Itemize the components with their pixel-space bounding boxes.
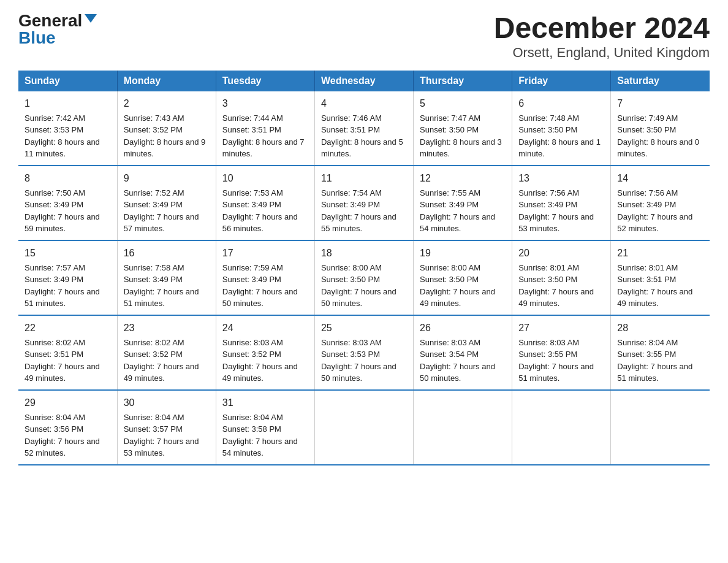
- day-number: 12: [420, 171, 506, 186]
- col-sunday: Sunday: [18, 71, 117, 91]
- table-row: 4 Sunrise: 7:46 AMSunset: 3:51 PMDayligh…: [314, 91, 413, 166]
- day-info: Sunrise: 8:04 AMSunset: 3:56 PMDaylight:…: [25, 413, 100, 458]
- day-number: 18: [321, 246, 407, 261]
- day-info: Sunrise: 7:58 AMSunset: 3:49 PMDaylight:…: [124, 263, 199, 308]
- day-number: 19: [420, 246, 506, 261]
- table-row: [414, 390, 512, 465]
- table-row: 8 Sunrise: 7:50 AMSunset: 3:49 PMDayligh…: [18, 166, 117, 240]
- day-info: Sunrise: 8:01 AMSunset: 3:51 PMDaylight:…: [617, 263, 692, 308]
- table-row: 28 Sunrise: 8:04 AMSunset: 3:55 PMDaylig…: [611, 315, 710, 390]
- day-info: Sunrise: 8:04 AMSunset: 3:58 PMDaylight:…: [222, 413, 298, 458]
- day-info: Sunrise: 8:01 AMSunset: 3:50 PMDaylight:…: [518, 263, 594, 308]
- day-number: 16: [124, 246, 210, 261]
- day-number: 26: [420, 321, 506, 335]
- day-number: 15: [25, 246, 111, 261]
- day-info: Sunrise: 7:49 AMSunset: 3:50 PMDaylight:…: [617, 113, 699, 159]
- day-number: 13: [518, 171, 604, 186]
- day-number: 21: [617, 246, 703, 261]
- day-info: Sunrise: 7:53 AMSunset: 3:49 PMDaylight:…: [222, 188, 298, 234]
- day-info: Sunrise: 8:03 AMSunset: 3:54 PMDaylight:…: [420, 338, 495, 383]
- day-number: 7: [617, 96, 703, 111]
- day-info: Sunrise: 7:46 AMSunset: 3:51 PMDaylight:…: [321, 113, 403, 159]
- day-number: 17: [222, 246, 308, 261]
- table-row: 7 Sunrise: 7:49 AMSunset: 3:50 PMDayligh…: [611, 91, 710, 166]
- day-info: Sunrise: 8:00 AMSunset: 3:50 PMDaylight:…: [321, 263, 396, 308]
- day-number: 27: [518, 321, 604, 335]
- day-number: 30: [124, 396, 210, 410]
- table-row: 20 Sunrise: 8:01 AMSunset: 3:50 PMDaylig…: [512, 240, 611, 315]
- table-row: [314, 390, 413, 465]
- logo-triangle-icon: [85, 14, 97, 23]
- day-number: 28: [617, 321, 703, 335]
- day-info: Sunrise: 7:48 AMSunset: 3:50 PMDaylight:…: [518, 113, 601, 159]
- table-row: 12 Sunrise: 7:55 AMSunset: 3:49 PMDaylig…: [414, 166, 512, 240]
- table-row: 6 Sunrise: 7:48 AMSunset: 3:50 PMDayligh…: [512, 91, 611, 166]
- day-number: 9: [124, 171, 210, 186]
- calendar-header: Sunday Monday Tuesday Wednesday Thursday…: [18, 71, 710, 91]
- day-info: Sunrise: 8:00 AMSunset: 3:50 PMDaylight:…: [420, 263, 495, 308]
- table-row: 5 Sunrise: 7:47 AMSunset: 3:50 PMDayligh…: [414, 91, 512, 166]
- day-info: Sunrise: 7:57 AMSunset: 3:49 PMDaylight:…: [25, 263, 100, 308]
- col-saturday: Saturday: [611, 71, 710, 91]
- day-info: Sunrise: 7:52 AMSunset: 3:49 PMDaylight:…: [124, 188, 199, 234]
- calendar-subtitle: Orsett, England, United Kingdom: [494, 45, 710, 61]
- table-row: 30 Sunrise: 8:04 AMSunset: 3:57 PMDaylig…: [117, 390, 216, 465]
- col-friday: Friday: [512, 71, 611, 91]
- table-row: 22 Sunrise: 8:02 AMSunset: 3:51 PMDaylig…: [18, 315, 117, 390]
- day-number: 24: [222, 321, 308, 335]
- day-number: 1: [25, 96, 111, 111]
- day-number: 4: [321, 96, 407, 111]
- table-row: 31 Sunrise: 8:04 AMSunset: 3:58 PMDaylig…: [216, 390, 314, 465]
- table-row: 2 Sunrise: 7:43 AMSunset: 3:52 PMDayligh…: [117, 91, 216, 166]
- day-info: Sunrise: 7:47 AMSunset: 3:50 PMDaylight:…: [420, 113, 502, 159]
- title-block: December 2024 Orsett, England, United Ki…: [494, 12, 710, 61]
- day-info: Sunrise: 7:43 AMSunset: 3:52 PMDaylight:…: [124, 113, 206, 159]
- table-row: 17 Sunrise: 7:59 AMSunset: 3:49 PMDaylig…: [216, 240, 314, 315]
- table-row: 18 Sunrise: 8:00 AMSunset: 3:50 PMDaylig…: [314, 240, 413, 315]
- table-row: 27 Sunrise: 8:03 AMSunset: 3:55 PMDaylig…: [512, 315, 611, 390]
- day-number: 23: [124, 321, 210, 335]
- day-info: Sunrise: 7:44 AMSunset: 3:51 PMDaylight:…: [222, 113, 305, 159]
- day-number: 6: [518, 96, 604, 111]
- logo: General Blue: [18, 12, 97, 47]
- table-row: 19 Sunrise: 8:00 AMSunset: 3:50 PMDaylig…: [414, 240, 512, 315]
- table-row: 23 Sunrise: 8:02 AMSunset: 3:52 PMDaylig…: [117, 315, 216, 390]
- col-monday: Monday: [117, 71, 216, 91]
- table-row: 9 Sunrise: 7:52 AMSunset: 3:49 PMDayligh…: [117, 166, 216, 240]
- day-info: Sunrise: 8:04 AMSunset: 3:55 PMDaylight:…: [617, 338, 692, 383]
- calendar-body: 1 Sunrise: 7:42 AMSunset: 3:53 PMDayligh…: [18, 91, 710, 465]
- day-info: Sunrise: 8:03 AMSunset: 3:52 PMDaylight:…: [222, 338, 298, 383]
- table-row: 14 Sunrise: 7:56 AMSunset: 3:49 PMDaylig…: [611, 166, 710, 240]
- day-info: Sunrise: 7:54 AMSunset: 3:49 PMDaylight:…: [321, 188, 396, 234]
- day-number: 3: [222, 96, 308, 111]
- day-number: 2: [124, 96, 210, 111]
- table-row: 24 Sunrise: 8:03 AMSunset: 3:52 PMDaylig…: [216, 315, 314, 390]
- page-header: General Blue December 2024 Orsett, Engla…: [18, 12, 710, 61]
- day-number: 22: [25, 321, 111, 335]
- day-info: Sunrise: 7:56 AMSunset: 3:49 PMDaylight:…: [617, 188, 692, 234]
- day-number: 8: [25, 171, 111, 186]
- day-info: Sunrise: 8:02 AMSunset: 3:52 PMDaylight:…: [124, 338, 199, 383]
- col-tuesday: Tuesday: [216, 71, 314, 91]
- day-number: 31: [222, 396, 308, 410]
- logo-general-text: General: [18, 12, 82, 29]
- day-number: 25: [321, 321, 407, 335]
- calendar-table: Sunday Monday Tuesday Wednesday Thursday…: [18, 71, 710, 465]
- day-info: Sunrise: 8:02 AMSunset: 3:51 PMDaylight:…: [25, 338, 100, 383]
- table-row: 3 Sunrise: 7:44 AMSunset: 3:51 PMDayligh…: [216, 91, 314, 166]
- day-info: Sunrise: 7:55 AMSunset: 3:49 PMDaylight:…: [420, 188, 495, 234]
- day-number: 20: [518, 246, 604, 261]
- table-row: 16 Sunrise: 7:58 AMSunset: 3:49 PMDaylig…: [117, 240, 216, 315]
- table-row: 15 Sunrise: 7:57 AMSunset: 3:49 PMDaylig…: [18, 240, 117, 315]
- day-number: 11: [321, 171, 407, 186]
- col-wednesday: Wednesday: [314, 71, 413, 91]
- day-info: Sunrise: 8:03 AMSunset: 3:53 PMDaylight:…: [321, 338, 396, 383]
- table-row: 11 Sunrise: 7:54 AMSunset: 3:49 PMDaylig…: [314, 166, 413, 240]
- col-thursday: Thursday: [414, 71, 512, 91]
- table-row: 13 Sunrise: 7:56 AMSunset: 3:49 PMDaylig…: [512, 166, 611, 240]
- table-row: 1 Sunrise: 7:42 AMSunset: 3:53 PMDayligh…: [18, 91, 117, 166]
- calendar-title: December 2024: [494, 12, 710, 45]
- day-info: Sunrise: 7:59 AMSunset: 3:49 PMDaylight:…: [222, 263, 298, 308]
- day-info: Sunrise: 7:50 AMSunset: 3:49 PMDaylight:…: [25, 188, 100, 234]
- day-number: 5: [420, 96, 506, 111]
